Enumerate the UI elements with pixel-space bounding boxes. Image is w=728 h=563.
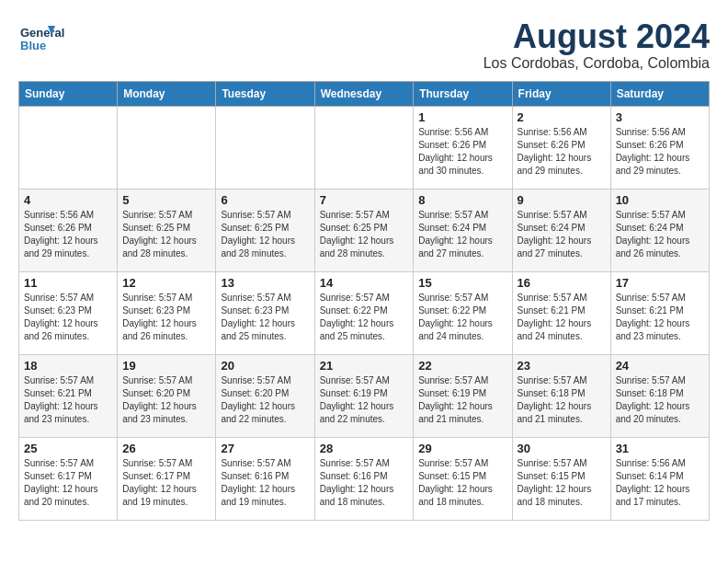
calendar-title: August 2024: [483, 18, 710, 55]
day-number: 18: [24, 359, 112, 373]
header-saturday: Saturday: [610, 81, 709, 106]
day-number: 16: [518, 276, 606, 290]
day-info: Sunrise: 5:57 AM Sunset: 6:23 PM Dayligh…: [221, 292, 309, 343]
day-number: 17: [616, 276, 704, 290]
header-tuesday: Tuesday: [216, 81, 314, 106]
day-info: Sunrise: 5:57 AM Sunset: 6:18 PM Dayligh…: [616, 374, 704, 426]
day-info: Sunrise: 5:57 AM Sunset: 6:16 PM Dayligh…: [320, 457, 409, 509]
day-info: Sunrise: 5:57 AM Sunset: 6:20 PM Dayligh…: [221, 374, 309, 426]
calendar-week-row: 25Sunrise: 5:57 AM Sunset: 6:17 PM Dayli…: [19, 437, 710, 520]
table-row: [314, 106, 414, 189]
logo-icon: General Blue: [18, 18, 83, 55]
day-info: Sunrise: 5:57 AM Sunset: 6:17 PM Dayligh…: [122, 457, 210, 509]
table-row: 9Sunrise: 5:57 AM Sunset: 6:24 PM Daylig…: [512, 189, 610, 271]
day-number: 24: [616, 359, 704, 373]
day-info: Sunrise: 5:57 AM Sunset: 6:25 PM Dayligh…: [320, 209, 409, 260]
svg-text:Blue: Blue: [20, 39, 46, 52]
table-row: 16Sunrise: 5:57 AM Sunset: 6:21 PM Dayli…: [512, 271, 610, 354]
svg-text:General: General: [20, 26, 64, 40]
day-number: 11: [24, 276, 112, 290]
day-number: 21: [320, 359, 409, 373]
day-info: Sunrise: 5:57 AM Sunset: 6:18 PM Dayligh…: [518, 374, 606, 426]
table-row: 11Sunrise: 5:57 AM Sunset: 6:23 PM Dayli…: [19, 271, 118, 354]
day-number: 10: [616, 193, 704, 207]
day-info: Sunrise: 5:57 AM Sunset: 6:24 PM Dayligh…: [418, 209, 506, 260]
table-row: 30Sunrise: 5:57 AM Sunset: 6:15 PM Dayli…: [512, 437, 610, 520]
header-thursday: Thursday: [414, 81, 512, 106]
table-row: 19Sunrise: 5:57 AM Sunset: 6:20 PM Dayli…: [118, 354, 216, 437]
day-number: 5: [122, 193, 210, 207]
day-info: Sunrise: 5:57 AM Sunset: 6:17 PM Dayligh…: [24, 457, 112, 509]
day-number: 15: [418, 276, 506, 290]
calendar-subtitle: Los Cordobas, Cordoba, Colombia: [483, 55, 710, 72]
table-row: 7Sunrise: 5:57 AM Sunset: 6:25 PM Daylig…: [314, 189, 414, 271]
table-row: 24Sunrise: 5:57 AM Sunset: 6:18 PM Dayli…: [610, 354, 709, 437]
table-row: [118, 106, 216, 189]
calendar-table: Sunday Monday Tuesday Wednesday Thursday…: [18, 81, 710, 521]
day-number: 29: [418, 442, 506, 455]
day-number: 2: [518, 110, 606, 124]
table-row: 1Sunrise: 5:56 AM Sunset: 6:26 PM Daylig…: [414, 106, 512, 189]
table-row: 22Sunrise: 5:57 AM Sunset: 6:19 PM Dayli…: [414, 354, 512, 437]
day-number: 25: [24, 442, 112, 455]
table-row: 17Sunrise: 5:57 AM Sunset: 6:21 PM Dayli…: [610, 271, 709, 354]
day-info: Sunrise: 5:56 AM Sunset: 6:26 PM Dayligh…: [616, 126, 704, 178]
header-monday: Monday: [118, 81, 216, 106]
day-info: Sunrise: 5:57 AM Sunset: 6:21 PM Dayligh…: [616, 292, 704, 343]
day-number: 27: [221, 442, 309, 455]
day-number: 14: [320, 276, 409, 290]
day-info: Sunrise: 5:57 AM Sunset: 6:20 PM Dayligh…: [122, 374, 210, 426]
calendar-week-row: 11Sunrise: 5:57 AM Sunset: 6:23 PM Dayli…: [19, 271, 710, 354]
table-row: 15Sunrise: 5:57 AM Sunset: 6:22 PM Dayli…: [414, 271, 512, 354]
day-number: 26: [122, 442, 210, 455]
table-row: 10Sunrise: 5:57 AM Sunset: 6:24 PM Dayli…: [610, 189, 709, 271]
table-row: [216, 106, 314, 189]
day-info: Sunrise: 5:57 AM Sunset: 6:23 PM Dayligh…: [122, 292, 210, 343]
day-info: Sunrise: 5:57 AM Sunset: 6:19 PM Dayligh…: [418, 374, 506, 426]
title-block: August 2024 Los Cordobas, Cordoba, Colom…: [483, 18, 710, 72]
day-info: Sunrise: 5:57 AM Sunset: 6:21 PM Dayligh…: [24, 374, 112, 426]
day-info: Sunrise: 5:56 AM Sunset: 6:26 PM Dayligh…: [418, 126, 506, 178]
day-number: 4: [24, 193, 112, 207]
day-number: 30: [518, 442, 606, 455]
table-row: 23Sunrise: 5:57 AM Sunset: 6:18 PM Dayli…: [512, 354, 610, 437]
day-number: 8: [418, 193, 506, 207]
day-info: Sunrise: 5:57 AM Sunset: 6:22 PM Dayligh…: [320, 292, 409, 343]
table-row: 29Sunrise: 5:57 AM Sunset: 6:15 PM Dayli…: [414, 437, 512, 520]
day-number: 23: [518, 359, 606, 373]
day-info: Sunrise: 5:57 AM Sunset: 6:25 PM Dayligh…: [221, 209, 309, 260]
calendar-week-row: 1Sunrise: 5:56 AM Sunset: 6:26 PM Daylig…: [19, 106, 710, 189]
day-number: 19: [122, 359, 210, 373]
logo: General Blue: [18, 18, 83, 55]
calendar-header-row: Sunday Monday Tuesday Wednesday Thursday…: [19, 81, 710, 106]
table-row: 13Sunrise: 5:57 AM Sunset: 6:23 PM Dayli…: [216, 271, 314, 354]
calendar-week-row: 4Sunrise: 5:56 AM Sunset: 6:26 PM Daylig…: [19, 189, 710, 271]
table-row: 25Sunrise: 5:57 AM Sunset: 6:17 PM Dayli…: [19, 437, 118, 520]
day-info: Sunrise: 5:56 AM Sunset: 6:26 PM Dayligh…: [518, 126, 606, 178]
table-row: 27Sunrise: 5:57 AM Sunset: 6:16 PM Dayli…: [216, 437, 314, 520]
day-number: 6: [221, 193, 309, 207]
header-wednesday: Wednesday: [314, 81, 414, 106]
day-number: 13: [221, 276, 309, 290]
table-row: 12Sunrise: 5:57 AM Sunset: 6:23 PM Dayli…: [118, 271, 216, 354]
table-row: 20Sunrise: 5:57 AM Sunset: 6:20 PM Dayli…: [216, 354, 314, 437]
calendar-week-row: 18Sunrise: 5:57 AM Sunset: 6:21 PM Dayli…: [19, 354, 710, 437]
day-info: Sunrise: 5:57 AM Sunset: 6:24 PM Dayligh…: [616, 209, 704, 260]
day-number: 31: [616, 442, 704, 455]
table-row: 5Sunrise: 5:57 AM Sunset: 6:25 PM Daylig…: [118, 189, 216, 271]
day-number: 7: [320, 193, 409, 207]
table-row: 28Sunrise: 5:57 AM Sunset: 6:16 PM Dayli…: [314, 437, 414, 520]
day-info: Sunrise: 5:56 AM Sunset: 6:14 PM Dayligh…: [616, 457, 704, 509]
day-number: 9: [518, 193, 606, 207]
day-number: 12: [122, 276, 210, 290]
day-info: Sunrise: 5:57 AM Sunset: 6:19 PM Dayligh…: [320, 374, 409, 426]
table-row: 14Sunrise: 5:57 AM Sunset: 6:22 PM Dayli…: [314, 271, 414, 354]
table-row: 21Sunrise: 5:57 AM Sunset: 6:19 PM Dayli…: [314, 354, 414, 437]
table-row: 18Sunrise: 5:57 AM Sunset: 6:21 PM Dayli…: [19, 354, 118, 437]
table-row: 4Sunrise: 5:56 AM Sunset: 6:26 PM Daylig…: [19, 189, 118, 271]
table-row: 6Sunrise: 5:57 AM Sunset: 6:25 PM Daylig…: [216, 189, 314, 271]
day-info: Sunrise: 5:57 AM Sunset: 6:15 PM Dayligh…: [518, 457, 606, 509]
day-info: Sunrise: 5:57 AM Sunset: 6:25 PM Dayligh…: [122, 209, 210, 260]
table-row: 8Sunrise: 5:57 AM Sunset: 6:24 PM Daylig…: [414, 189, 512, 271]
day-number: 22: [418, 359, 506, 373]
